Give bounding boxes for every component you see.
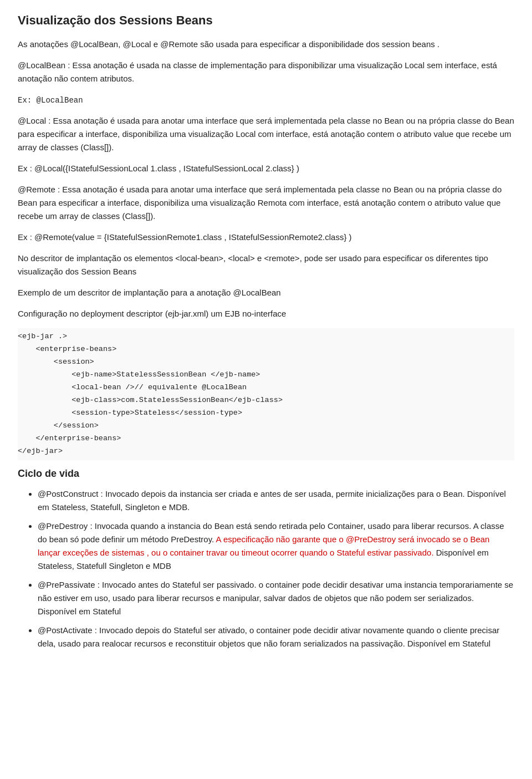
lifecycle-list: @PostConstruct : Invocado depois da inst… <box>38 487 514 650</box>
local-section-example: Ex : @Local({IStatefulSessionLocal 1.cla… <box>18 162 514 175</box>
prepassivate-text: @PrePassivate : Invocado antes do Statef… <box>38 580 513 616</box>
postconstruct-text: @PostConstruct : Invocado depois da inst… <box>38 489 506 512</box>
list-item-postconstruct: @PostConstruct : Invocado depois da inst… <box>38 487 514 514</box>
ex-label-code: Ex: @LocalBean <box>18 96 83 105</box>
lifecycle-heading: Ciclo de vida <box>18 468 514 480</box>
localbean-heading: @LocalBean : Essa anotação é usada na cl… <box>18 59 514 85</box>
code-block: <ejb-jar .> <enterprise-beans> <session>… <box>18 328 514 460</box>
ex-localbean-label: Ex: @LocalBean <box>18 93 514 106</box>
page-title: Visualização dos Sessions Beans <box>18 13 514 28</box>
local-section-body: @Local : Essa anotação é usada para anot… <box>18 114 514 154</box>
list-item-postactivate: @PostActivate : Invocado depois do State… <box>38 624 514 650</box>
descriptor-example-intro: Exemplo de um descritor de implantação p… <box>18 286 514 299</box>
list-item-predestroy: @PreDestroy : Invocada quando a instanci… <box>38 520 514 573</box>
remote-section-body: @Remote : Essa anotação é usada para ano… <box>18 183 514 223</box>
intro-paragraph: As anotações @LocalBean, @Local e @Remot… <box>18 38 514 51</box>
list-item-prepassivate: @PrePassivate : Invocado antes do Statef… <box>38 578 514 618</box>
descriptor-text: No descritor de implantação os elementos… <box>18 252 514 278</box>
remote-section-example: Ex : @Remote(value = {IStatefulSessionRe… <box>18 231 514 244</box>
postactivate-text: @PostActivate : Invocado depois do State… <box>38 625 499 648</box>
deployment-config-label: Configuração no deployment descriptor (e… <box>18 307 514 320</box>
